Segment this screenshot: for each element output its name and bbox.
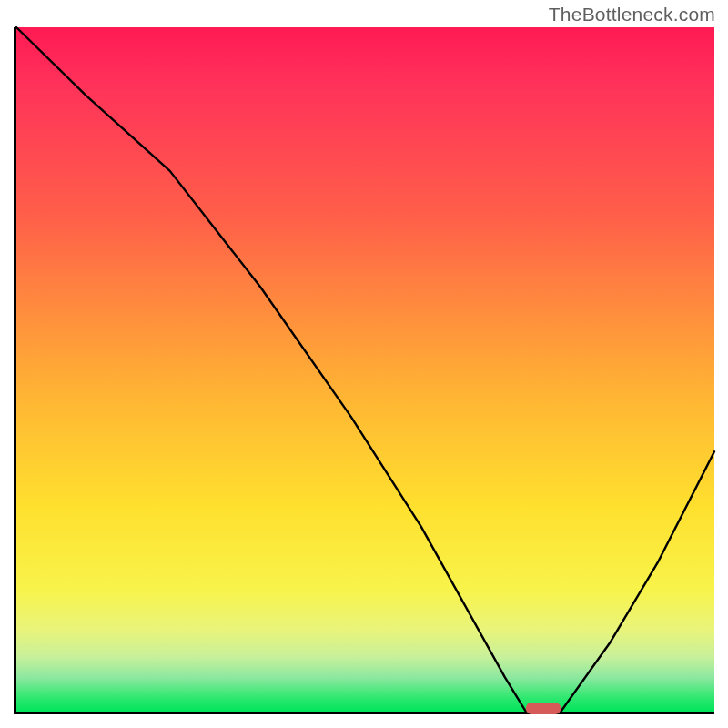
chart-frame bbox=[14, 27, 714, 714]
optimal-point-marker bbox=[526, 703, 561, 714]
chart-svg bbox=[16, 27, 714, 712]
watermark-text: TheBottleneck.com bbox=[549, 4, 715, 25]
bottleneck-curve bbox=[16, 27, 714, 712]
